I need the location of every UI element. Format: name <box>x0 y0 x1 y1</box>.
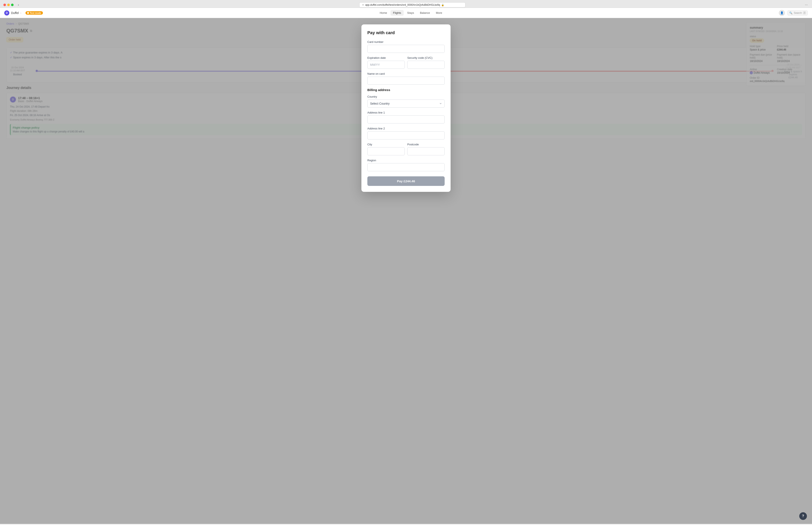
nav-stays[interactable]: Stays <box>404 10 417 16</box>
city-postcode-row: City Postcode <box>367 143 445 159</box>
brand-logo: D <box>4 11 9 15</box>
back-button[interactable]: ‹ <box>16 2 20 7</box>
address2-label: Address line 2 <box>367 127 445 130</box>
brand-name: Duffel <box>11 11 19 15</box>
region-group: Region <box>367 159 445 171</box>
billing-section-title: Billing address <box>367 88 445 92</box>
name-input[interactable] <box>367 77 445 85</box>
lock-icon: 🔒 <box>441 4 444 6</box>
close-button[interactable] <box>3 4 6 6</box>
minimize-button[interactable] <box>7 4 10 6</box>
postcode-label: Postcode <box>407 143 445 146</box>
postcode-group: Postcode <box>407 143 445 155</box>
address1-label: Address line 1 <box>367 111 445 114</box>
expiry-input[interactable] <box>367 61 405 69</box>
modal-overlay: Pay with card Card number Expiration dat… <box>0 18 812 524</box>
nav-more[interactable]: More <box>433 10 445 16</box>
brand-chevron-icon: › <box>20 12 21 14</box>
country-group: Country Select Country United Kingdom Un… <box>367 95 445 108</box>
expiry-label: Expiration date <box>367 56 405 59</box>
region-label: Region <box>367 159 445 162</box>
nav-flights[interactable]: Flights <box>390 10 404 16</box>
city-input[interactable] <box>367 147 405 155</box>
url-bar[interactable]: ✦ app.duffel.com/duffel/test/orders/ord_… <box>359 2 466 7</box>
duffel-favicon-icon: ✦ <box>362 4 364 6</box>
card-number-group: Card number <box>367 40 445 53</box>
city-label: City <box>367 143 405 146</box>
test-mode-dot-icon <box>27 12 29 14</box>
nav-home[interactable]: Home <box>377 10 390 16</box>
maximize-button[interactable] <box>11 4 14 6</box>
address2-input[interactable] <box>367 131 445 139</box>
name-label: Name on card <box>367 72 445 75</box>
extensions-button[interactable]: ··· <box>804 2 809 7</box>
search-placeholder: Search <box>794 12 802 14</box>
header-right: 👤 🔍 Search / <box>779 10 808 16</box>
country-label: Country <box>367 95 445 98</box>
city-group: City <box>367 143 405 155</box>
help-button[interactable]: ? <box>799 512 807 520</box>
card-number-label: Card number <box>367 40 445 44</box>
browser-chrome: ‹ ✦ app.duffel.com/duffel/test/orders/or… <box>0 0 812 8</box>
expiry-group: Expiration date <box>367 56 405 69</box>
cvc-label: Security code (CVC) <box>407 56 445 59</box>
address1-input[interactable] <box>367 116 445 123</box>
name-group: Name on card <box>367 72 445 85</box>
pay-with-card-modal: Pay with card Card number Expiration dat… <box>361 25 451 192</box>
test-mode-label: Test mode <box>30 12 41 14</box>
app-header: D Duffel › Test mode Home Flights Stays … <box>0 8 812 18</box>
test-mode-badge: Test mode <box>26 11 43 15</box>
pay-button[interactable]: Pay £244.46 <box>367 176 445 186</box>
user-icon-button[interactable]: 👤 <box>779 10 785 16</box>
expiry-cvc-row: Expiration date Security code (CVC) <box>367 56 445 72</box>
main-nav: Home Flights Stays Balance More <box>47 10 774 16</box>
page-background: Orders > QG7SMX QG7SMX ⧉ Order held ✓ Th… <box>0 18 812 524</box>
address1-group: Address line 1 <box>367 111 445 123</box>
search-shortcut: / <box>803 12 806 14</box>
url-text: app.duffel.com/duffel/test/orders/ord_00… <box>365 3 440 6</box>
search-box[interactable]: 🔍 Search / <box>787 11 808 15</box>
region-input[interactable] <box>367 163 445 171</box>
browser-actions: ··· <box>804 2 809 7</box>
country-select[interactable]: Select Country United Kingdom United Sta… <box>367 100 445 108</box>
brand-section: D Duffel › <box>4 11 21 15</box>
search-icon: 🔍 <box>789 12 793 14</box>
cvc-group: Security code (CVC) <box>407 56 445 69</box>
postcode-input[interactable] <box>407 147 445 155</box>
card-number-input[interactable] <box>367 45 445 53</box>
traffic-lights <box>3 4 14 6</box>
cvc-input[interactable] <box>407 61 445 69</box>
nav-balance[interactable]: Balance <box>417 10 432 16</box>
address2-group: Address line 2 <box>367 127 445 139</box>
modal-title: Pay with card <box>367 30 445 35</box>
